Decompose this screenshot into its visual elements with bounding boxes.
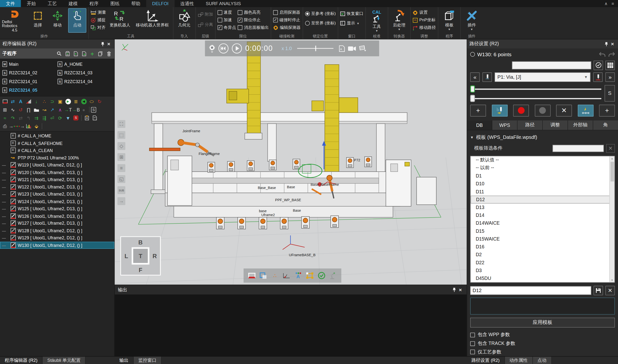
set-lines-icon[interactable]: ≈ — [1, 114, 9, 122]
conveyor-icon[interactable]: ⬭ — [88, 98, 96, 105]
geometry-import-button[interactable]: 几何元 — [175, 8, 193, 33]
menu-tab-file[interactable]: 文件 — [0, 0, 21, 7]
save-template-button[interactable] — [593, 286, 603, 295]
process-params-only-checkbox[interactable]: 仅工艺参数 — [470, 348, 615, 356]
statusbar-jog-tab[interactable]: 点动 — [533, 357, 551, 364]
ramp-display-icon[interactable] — [282, 271, 291, 280]
pin-icon[interactable] — [603, 41, 609, 47]
circular-icon[interactable]: ⊃ — [48, 98, 56, 105]
db-item[interactable]: -- 默认值 -- — [471, 156, 615, 164]
path-blue-icon[interactable]: ↗ — [48, 106, 56, 113]
playback-settings-gear-icon[interactable] — [209, 44, 215, 52]
to-tool-icon[interactable]: →T — [64, 106, 72, 113]
db-item-selected[interactable]: D12 — [471, 195, 615, 203]
point-position-slider[interactable] — [470, 96, 601, 101]
selection-box-icon[interactable]: ⬚ — [117, 131, 125, 139]
program-item-main[interactable]: MMain — [2, 61, 57, 68]
play-icon[interactable]: ▶ — [64, 98, 72, 105]
menu-tab-connectivity[interactable]: 连通性 — [175, 0, 200, 7]
menu-tab-help[interactable]: 帮助 — [125, 0, 146, 7]
menu-tab-process[interactable]: 工艺 — [42, 0, 63, 7]
path-magenta-icon[interactable]: ∧ — [56, 106, 64, 113]
db-item[interactable]: D13 — [471, 203, 615, 211]
torch-to-point-button[interactable] — [482, 72, 492, 82]
jog-button[interactable]: 点动 — [68, 8, 86, 33]
redo-icon[interactable] — [608, 52, 615, 57]
io-out-icon[interactable]: ●●→ — [17, 122, 25, 130]
check-display-icon[interactable] — [317, 271, 326, 280]
fit-view-icon[interactable]: ⛶ — [117, 120, 125, 128]
speed-checkbox[interactable]: 速度 — [217, 10, 236, 16]
torch-at-point-button[interactable] — [593, 72, 603, 82]
branch2-icon[interactable]: ⇶ — [41, 114, 48, 122]
spline-icon[interactable]: ∿ — [9, 106, 17, 113]
stop-icon[interactable]: S — [72, 114, 80, 122]
limit-stop-checkbox[interactable]: 限位停止 — [238, 17, 269, 23]
text-tool-icon[interactable]: A — [17, 98, 25, 105]
db-item[interactable]: D45DU — [471, 274, 615, 282]
statement-row[interactable]: # CALL A_SAFEHOME — [0, 140, 114, 147]
settings-button[interactable]: 设置 — [413, 10, 436, 16]
insert-point-icon[interactable]: ↓ — [33, 98, 40, 105]
align-button[interactable]: 对齐 — [91, 25, 106, 31]
chart-icon[interactable] — [25, 122, 32, 130]
menu-tab-drawing[interactable]: 图纸 — [105, 0, 125, 7]
server-icon[interactable]: ≣ — [72, 98, 80, 105]
to-reference-radio[interactable]: 至参考 (坐标) — [305, 11, 336, 17]
singularity-checkbox[interactable]: 奇异点 — [217, 25, 236, 31]
next-point-button[interactable]: » — [605, 72, 615, 82]
snap-button[interactable]: 捕捉 — [91, 17, 106, 23]
plugins-button[interactable]: 插件 ▼ — [463, 8, 481, 33]
statement-row[interactable]: W119 [ Utool1, Uframe2, D12, () ] — [0, 161, 114, 169]
video-record-icon[interactable] — [348, 46, 356, 51]
program-item-selected[interactable]: SR2ZC3214_05 — [2, 87, 57, 94]
statement-row[interactable]: ↝PTP P72 Utool1 Uframe2 100% — [0, 154, 114, 161]
pan-icon[interactable]: ⊞ — [117, 153, 125, 161]
export-program-icon[interactable] — [81, 50, 87, 57]
path-display-icon[interactable] — [259, 271, 268, 280]
loop-icon[interactable]: ↷ — [9, 114, 17, 122]
frame-select-icon[interactable]: ▣ — [56, 98, 64, 105]
grid-icon[interactable]: ⊞ — [1, 106, 9, 113]
db-item[interactable]: D16 — [471, 243, 615, 251]
enable-detector-checkbox[interactable]: 启用探测器 — [273, 10, 301, 16]
statusbar-program-editor-tab[interactable]: 程序编辑器 (R2) — [0, 357, 42, 364]
io-in-icon[interactable]: →●● — [9, 122, 17, 130]
layers-icon[interactable]: ≡ — [117, 164, 125, 172]
statusbar-monitor-tab[interactable]: 监控窗口 — [134, 357, 162, 364]
statement-row[interactable]: # CALL A_CLEAN — [0, 147, 114, 154]
db-item[interactable]: D5 — [471, 282, 615, 283]
output-console[interactable] — [115, 295, 467, 356]
apply-template-button[interactable]: 应用模板 — [470, 318, 615, 328]
statement-row[interactable]: W128 [ Utool1, Uframe2, D12, () ] — [0, 227, 114, 234]
pin-icon[interactable] — [99, 41, 106, 47]
checklist-icon[interactable] — [64, 50, 70, 57]
db-item[interactable]: D2 — [471, 251, 615, 259]
pnp-coordinates-button[interactable]: PnP坐标 — [413, 17, 436, 23]
menu-tab-start[interactable]: 开始 — [21, 0, 41, 7]
collapse-triangle-icon[interactable]: ▼ — [470, 136, 474, 140]
point-dropdown[interactable]: P1: Via, [J]▼ — [495, 72, 590, 82]
statement-row-selected[interactable]: W130 [ Utool1, Uframe2, D12, () ] — [0, 242, 114, 249]
view-cube[interactable]: B L T R F — [120, 236, 161, 275]
statement-row[interactable]: W120 [ Utool1, Uframe2, D13, () ] — [0, 169, 114, 176]
menu-tab-modeling[interactable]: 建模 — [63, 0, 83, 7]
db-item[interactable]: D3 — [471, 266, 615, 274]
tab-angle[interactable]: 角 — [593, 120, 618, 130]
cycle-icon[interactable]: ↻ — [96, 98, 103, 105]
statement-row[interactable]: W123 [ Utool1, Uframe2, D13, () ] — [0, 190, 114, 198]
refresh-icon[interactable]: ⟳ — [56, 114, 64, 122]
swap-icon[interactable]: ⇄ — [9, 98, 17, 105]
statement-row[interactable]: W121 [ Utool1, Uframe2, D13, () ] — [0, 176, 114, 183]
add-point-after-button[interactable]: + — [599, 105, 615, 116]
delete-point-button[interactable]: ✕ — [556, 105, 572, 116]
db-item[interactable]: D14WAICE — [471, 219, 615, 227]
verify-path-button[interactable] — [578, 105, 593, 116]
clipboard-icon[interactable] — [83, 114, 91, 122]
color-highlight-checkbox[interactable]: 颜色高亮 — [238, 10, 269, 16]
back-icon[interactable]: ◀ — [80, 98, 88, 105]
template-name-input[interactable] — [470, 286, 591, 295]
db-item[interactable]: D10 — [471, 180, 615, 188]
close-icon[interactable]: × — [106, 41, 112, 47]
db-item[interactable]: D22 — [471, 259, 615, 266]
